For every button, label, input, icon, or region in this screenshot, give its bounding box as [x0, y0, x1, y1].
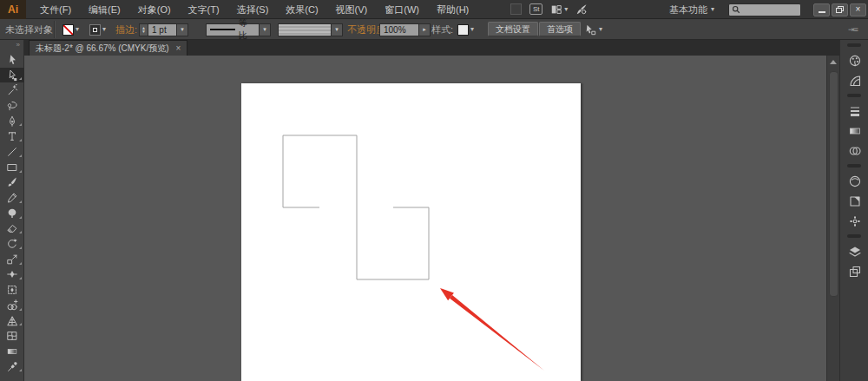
scale-tool[interactable] [0, 252, 24, 267]
type-tool[interactable] [0, 128, 24, 144]
panel-group-grip[interactable] [840, 90, 868, 101]
shape-builder-tool[interactable] [0, 298, 24, 313]
menu-type[interactable]: 文字(T) [180, 0, 228, 19]
brush-dropdown[interactable]: ▾ [332, 23, 343, 36]
panel-group-grip[interactable] [840, 231, 868, 241]
stroke-swatch[interactable] [89, 24, 101, 36]
caret-down-icon[interactable]: ▾ [470, 26, 474, 33]
blob-brush-tool[interactable] [0, 206, 24, 221]
gradient-panel-panel-button[interactable] [840, 121, 868, 141]
menu-bar: Ai 文件(F)编辑(E)对象(O)文字(T)选择(S)效果(C)视图(V)窗口… [0, 0, 868, 19]
transparency-panel-button[interactable] [840, 141, 868, 161]
lasso-tool[interactable] [0, 98, 24, 114]
toolbar-collapse-icon[interactable]: » [0, 40, 23, 52]
stroke-panel-button[interactable] [840, 101, 868, 121]
stroke-width-dropdown[interactable]: ▾ [177, 23, 188, 36]
color-guide-panel-button[interactable] [840, 70, 868, 90]
perspective-grid-tool[interactable] [0, 313, 24, 329]
layers-panel-button[interactable] [840, 241, 868, 261]
layers-icon [848, 245, 862, 259]
symbols-panel-button[interactable] [840, 211, 868, 231]
caret-down-icon[interactable]: ▾ [711, 6, 714, 13]
workspace-switcher[interactable]: 基本功能 [669, 3, 707, 16]
document-setup-button[interactable]: 文档设置 [488, 22, 538, 36]
appearance-panel-button[interactable] [840, 171, 868, 191]
gradient-tool[interactable] [0, 344, 24, 359]
graphic-style-control[interactable]: ▾ [457, 19, 474, 40]
select-similar-control[interactable]: ▾ [584, 19, 602, 40]
share-screen-icon[interactable] [575, 3, 588, 16]
artboard[interactable] [241, 83, 581, 381]
graphic-styles-panel-button[interactable] [840, 191, 868, 211]
mesh-tool[interactable] [0, 328, 24, 344]
preferences-label: 首选项 [539, 22, 581, 36]
caret-down-icon[interactable]: ▾ [76, 26, 79, 33]
caret-down-icon[interactable]: ▾ [599, 26, 602, 33]
preferences-button[interactable]: 首选项 [539, 22, 581, 36]
menu-file[interactable]: 文件(F) [31, 0, 80, 19]
spinner-down-icon[interactable]: ▼ [141, 30, 146, 33]
vertical-scrollbar[interactable] [826, 56, 839, 381]
pen-tool[interactable] [0, 114, 24, 129]
menu-object[interactable]: 对象(O) [129, 0, 180, 19]
panel-group-grip[interactable] [840, 40, 868, 50]
arrange-documents-button[interactable]: ▾ [550, 3, 568, 16]
profile-preview[interactable]: 等比 [206, 23, 260, 36]
opacity-input[interactable]: 100% [379, 23, 419, 36]
close-button[interactable]: × [850, 3, 866, 16]
selection-icon [6, 54, 18, 66]
menu-view[interactable]: 视图(V) [327, 0, 377, 19]
gradient-panel-icon [848, 124, 862, 138]
bridge-icon[interactable] [510, 3, 522, 15]
stroke-panel-link[interactable]: 描边: [115, 19, 137, 40]
fill-color-control[interactable]: ▾ [62, 19, 79, 40]
document-tab[interactable]: 未标题-2* @ 66.67% (CMYK/预览) × [29, 40, 187, 56]
stock-icon[interactable]: St [529, 3, 542, 15]
stroke-width-stepper[interactable]: ▲ ▼ [139, 23, 148, 36]
direct-selection-tool[interactable] [0, 68, 24, 83]
paintbrush-tool[interactable] [0, 175, 24, 191]
brush-preview[interactable] [278, 23, 332, 36]
minimize-button[interactable] [813, 3, 830, 16]
line-segment-tool[interactable] [0, 144, 24, 160]
stroke-width-input[interactable]: 1 pt [148, 23, 177, 36]
eraser-tool[interactable] [0, 221, 24, 237]
free-transform-tool[interactable] [0, 282, 24, 298]
menu-window[interactable]: 窗口(W) [376, 0, 428, 19]
scroll-up-button[interactable] [827, 56, 839, 68]
profile-dropdown[interactable]: ▾ [260, 23, 271, 36]
width-tool[interactable] [0, 267, 24, 283]
opacity-control[interactable]: 100% ▸ [379, 19, 431, 40]
rotate-tool[interactable] [0, 236, 24, 252]
selection-tool[interactable] [0, 52, 24, 68]
pencil-tool[interactable] [0, 190, 24, 206]
caret-down-icon[interactable]: ▾ [102, 26, 106, 33]
artboards-panel-button[interactable] [840, 261, 868, 281]
fill-none-swatch[interactable] [62, 24, 74, 36]
style-swatch[interactable] [457, 24, 469, 36]
symbols-icon [848, 214, 862, 228]
color-guide-icon [848, 74, 862, 88]
menu-effect[interactable]: 效果(C) [277, 0, 326, 19]
rectangle-tool[interactable] [0, 160, 24, 175]
eyedropper-tool[interactable] [0, 359, 24, 375]
graphic-styles-icon [848, 194, 862, 208]
scrollbar-thumb[interactable] [829, 71, 838, 297]
variable-width-profile[interactable]: 等比 ▾ [206, 19, 271, 40]
brush-definition[interactable]: ▾ [278, 19, 343, 40]
flyout-corner-icon [19, 369, 22, 371]
stroke-color-control[interactable]: ▾ [89, 19, 106, 40]
direct-selection-icon [6, 69, 18, 82]
color-panel-button[interactable] [840, 50, 868, 70]
restore-button[interactable] [832, 3, 848, 16]
magic-wand-tool[interactable] [0, 82, 24, 98]
panel-group-grip[interactable] [840, 161, 868, 171]
opacity-flyout[interactable]: ▸ [419, 23, 431, 36]
collapse-control-bar-icon[interactable]: ⇥≡ [848, 19, 858, 40]
tab-close-icon[interactable]: × [176, 44, 181, 53]
menu-help[interactable]: 帮助(H) [428, 0, 477, 19]
menu-edit[interactable]: 编辑(E) [80, 0, 129, 19]
menu-select[interactable]: 选择(S) [228, 0, 278, 19]
search-input[interactable] [728, 3, 801, 16]
shape-builder-icon [6, 299, 18, 312]
